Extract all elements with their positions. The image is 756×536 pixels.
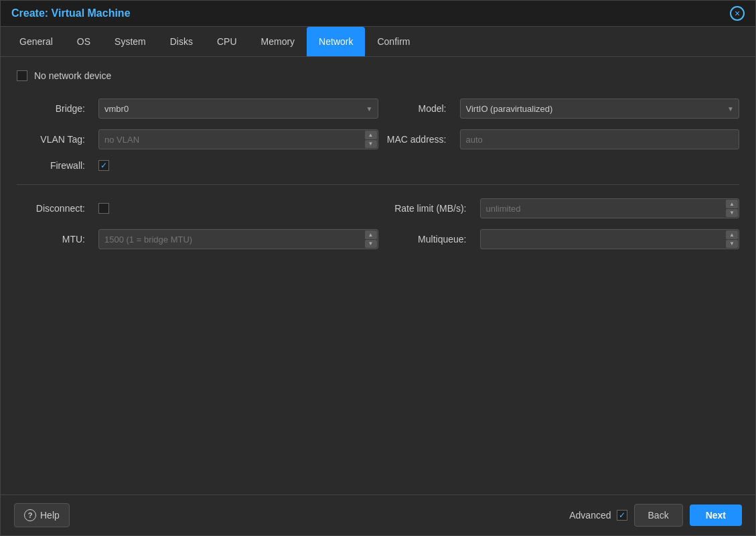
mac-label: MAC address: (378, 134, 452, 145)
tab-cpu[interactable]: CPU (205, 27, 249, 56)
multiqueue-decrement-button[interactable]: ▼ (726, 240, 738, 249)
empty-row-1 (378, 155, 740, 176)
no-network-checkbox[interactable] (17, 70, 27, 81)
section-divider (17, 184, 739, 185)
bridge-label: Bridge: (17, 103, 90, 114)
tab-confirm[interactable]: Confirm (365, 27, 422, 56)
mac-field (460, 129, 740, 149)
bridge-select-wrapper: vmbr0 ▼ (98, 98, 378, 119)
tab-general[interactable]: General (7, 27, 65, 56)
help-button[interactable]: ? Help (14, 503, 70, 527)
rate-limit-decrement-button[interactable]: ▼ (726, 209, 738, 218)
next-button[interactable]: Next (690, 505, 742, 526)
back-button[interactable]: Back (634, 504, 683, 527)
rate-limit-spinner-wrapper: ▲ ▼ (480, 198, 740, 218)
vlan-increment-button[interactable]: ▲ (365, 131, 377, 139)
bridge-select[interactable]: vmbr0 (98, 98, 378, 119)
create-vm-dialog: Create: Virtual Machine × General OS Sys… (0, 0, 756, 536)
disconnect-label: Disconnect: (17, 203, 90, 214)
vlan-spinner-buttons: ▲ ▼ (365, 131, 377, 148)
content-area: No network device Bridge: vmbr0 ▼ Model: (1, 57, 755, 494)
help-icon: ? (24, 509, 36, 521)
firewall-row: Firewall: (17, 155, 378, 176)
help-label: Help (40, 510, 60, 521)
advanced-label: Advanced (569, 510, 611, 521)
disconnect-checkbox[interactable] (98, 203, 109, 214)
vlan-label: VLAN Tag: (17, 134, 90, 145)
vlan-row: VLAN Tag: ▲ ▼ (17, 124, 378, 155)
bridge-row: Bridge: vmbr0 ▼ (17, 93, 378, 124)
mtu-label: MTU: (17, 234, 90, 245)
multiqueue-increment-button[interactable]: ▲ (726, 230, 738, 239)
title-bar: Create: Virtual Machine × (1, 1, 755, 27)
advanced-row: Advanced (569, 510, 627, 521)
model-select-wrapper: VirtIO (paravirtualized) ▼ (460, 98, 740, 119)
firewall-label: Firewall: (17, 160, 90, 171)
mtu-decrement-button[interactable]: ▼ (365, 240, 377, 249)
mtu-row: MTU: ▲ ▼ (17, 224, 378, 255)
advanced-checkbox[interactable] (617, 510, 627, 521)
multiqueue-row: Multiqueue: ▲ ▼ (378, 224, 740, 255)
tab-os[interactable]: OS (65, 27, 102, 56)
model-select[interactable]: VirtIO (paravirtualized) (460, 98, 740, 119)
multiqueue-spinner-wrapper: ▲ ▼ (480, 229, 740, 249)
tab-memory[interactable]: Memory (249, 27, 307, 56)
rate-limit-input[interactable] (480, 198, 740, 218)
multiqueue-input[interactable] (480, 229, 740, 249)
vlan-input[interactable] (98, 129, 378, 149)
multiqueue-spinner-buttons: ▲ ▼ (726, 230, 738, 248)
model-label: Model: (378, 103, 452, 114)
mtu-increment-button[interactable]: ▲ (365, 230, 377, 239)
tab-system[interactable]: System (102, 27, 158, 56)
model-row: Model: VirtIO (paravirtualized) ▼ (378, 93, 740, 124)
mac-row: MAC address: (378, 124, 740, 155)
tab-network[interactable]: Network (307, 27, 365, 56)
footer-right: Advanced Back Next (569, 504, 742, 527)
footer-left: ? Help (14, 503, 70, 527)
firewall-checkbox[interactable] (98, 160, 109, 171)
mtu-input[interactable] (98, 229, 378, 249)
mtu-spinner-buttons: ▲ ▼ (365, 230, 377, 248)
mac-input[interactable] (466, 135, 734, 145)
mtu-spinner-wrapper: ▲ ▼ (98, 229, 378, 249)
rate-limit-label: Rate limit (MB/s): (378, 203, 472, 214)
dialog-title: Create: Virtual Machine (11, 7, 131, 19)
rate-limit-increment-button[interactable]: ▲ (726, 200, 738, 208)
rate-limit-spinner-buttons: ▲ ▼ (726, 200, 738, 217)
footer: ? Help Advanced Back Next (1, 494, 755, 535)
vlan-spinner-wrapper: ▲ ▼ (98, 129, 378, 149)
vlan-decrement-button[interactable]: ▼ (365, 140, 377, 149)
disconnect-row: Disconnect: (17, 193, 378, 224)
close-button[interactable]: × (730, 6, 745, 21)
multiqueue-label: Multiqueue: (378, 234, 472, 245)
no-network-row: No network device (17, 70, 739, 81)
tab-disks[interactable]: Disks (158, 27, 205, 56)
tab-bar: General OS System Disks CPU Memory Netwo… (1, 27, 755, 57)
no-network-label: No network device (34, 70, 111, 81)
form-grid: Bridge: vmbr0 ▼ Model: VirtIO (paravirtu… (17, 93, 739, 255)
rate-limit-row: Rate limit (MB/s): ▲ ▼ (378, 193, 740, 224)
